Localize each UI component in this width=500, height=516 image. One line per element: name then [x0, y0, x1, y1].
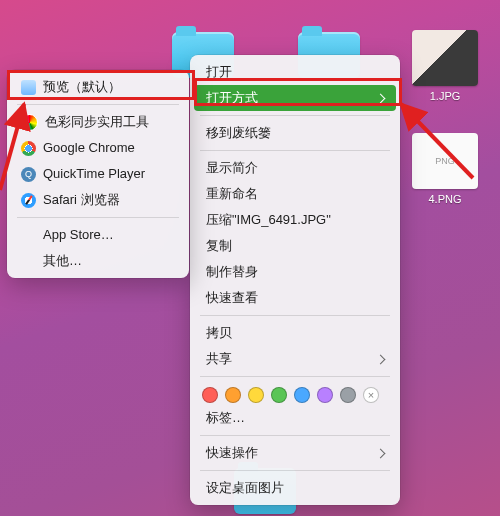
menu-separator: [200, 115, 390, 116]
submenu-item-chrome[interactable]: Google Chrome: [7, 135, 189, 161]
menu-item-label: 重新命名: [206, 185, 258, 203]
submenu-item-label: 其他…: [43, 252, 82, 270]
tag-green[interactable]: [271, 387, 287, 403]
menu-item-compress[interactable]: 压缩"IMG_6491.JPG": [190, 207, 400, 233]
tag-color-row: [190, 381, 400, 405]
tag-blue[interactable]: [294, 387, 310, 403]
file-thumbnail: [412, 30, 478, 86]
menu-item-label: 打开方式: [206, 89, 258, 107]
submenu-item-label: QuickTime Player: [43, 165, 145, 183]
menu-item-rename[interactable]: 重新命名: [190, 181, 400, 207]
file-thumbnail: PNG: [412, 133, 478, 189]
menu-separator: [200, 470, 390, 471]
menu-item-duplicate[interactable]: 复制: [190, 233, 400, 259]
file-item[interactable]: 1.JPG: [410, 30, 480, 102]
menu-item-alias[interactable]: 制作替身: [190, 259, 400, 285]
tag-orange[interactable]: [225, 387, 241, 403]
menu-separator: [200, 150, 390, 151]
file-label: 4.PNG: [428, 193, 461, 205]
menu-item-label: 共享: [206, 350, 232, 368]
menu-item-set-desktop[interactable]: 设定桌面图片: [190, 475, 400, 501]
open-with-submenu: 预览（默认） 色彩同步实用工具 Google Chrome QuickTime …: [7, 70, 189, 278]
menu-item-open-with[interactable]: 打开方式: [194, 85, 396, 111]
menu-item-open[interactable]: 打开: [190, 59, 400, 85]
submenu-item-label: Google Chrome: [43, 139, 135, 157]
submenu-item-preview-default[interactable]: 预览（默认）: [7, 74, 189, 100]
menu-separator: [17, 217, 179, 218]
submenu-item-app-store[interactable]: App Store…: [7, 222, 189, 248]
menu-item-label: 压缩"IMG_6491.JPG": [206, 211, 331, 229]
colorsync-app-icon: [21, 114, 38, 131]
tag-yellow[interactable]: [248, 387, 264, 403]
submenu-item-other[interactable]: 其他…: [7, 248, 189, 274]
menu-item-label: 快速查看: [206, 289, 258, 307]
menu-separator: [17, 104, 179, 105]
menu-item-label: 标签…: [206, 409, 245, 427]
submenu-item-label: 预览（默认）: [43, 78, 121, 96]
tag-red[interactable]: [202, 387, 218, 403]
submenu-item-label: App Store…: [43, 226, 114, 244]
desktop[interactable]: 1.JPG PNG 4.PNG 打开 打开方式 移到废纸篓 显示简介 重新命名 …: [0, 0, 500, 516]
menu-item-tags[interactable]: 标签…: [190, 405, 400, 431]
submenu-item-label: 色彩同步实用工具: [45, 113, 149, 131]
menu-item-share[interactable]: 共享: [190, 346, 400, 372]
menu-item-trash[interactable]: 移到废纸篓: [190, 120, 400, 146]
submenu-item-safari[interactable]: Safari 浏览器: [7, 187, 189, 213]
submenu-item-colorsync[interactable]: 色彩同步实用工具: [7, 109, 189, 135]
chevron-right-icon: [376, 93, 386, 103]
chevron-right-icon: [376, 354, 386, 364]
menu-item-label: 快速操作: [206, 444, 258, 462]
menu-item-label: 打开: [206, 63, 232, 81]
menu-item-label: 制作替身: [206, 263, 258, 281]
tag-purple[interactable]: [317, 387, 333, 403]
menu-item-label: 设定桌面图片: [206, 479, 284, 497]
file-label: 1.JPG: [430, 90, 461, 102]
menu-separator: [200, 315, 390, 316]
tag-clear[interactable]: [363, 387, 379, 403]
menu-separator: [200, 435, 390, 436]
menu-item-label: 移到废纸篓: [206, 124, 271, 142]
preview-app-icon: [21, 80, 36, 95]
chrome-app-icon: [21, 141, 36, 156]
tag-gray[interactable]: [340, 387, 356, 403]
menu-item-quick-look[interactable]: 快速查看: [190, 285, 400, 311]
menu-item-copy[interactable]: 拷贝: [190, 320, 400, 346]
quicktime-app-icon: [21, 167, 36, 182]
menu-item-get-info[interactable]: 显示简介: [190, 155, 400, 181]
chevron-right-icon: [376, 448, 386, 458]
submenu-item-quicktime[interactable]: QuickTime Player: [7, 161, 189, 187]
submenu-item-label: Safari 浏览器: [43, 191, 120, 209]
menu-item-label: 复制: [206, 237, 232, 255]
menu-item-label: 拷贝: [206, 324, 232, 342]
menu-item-quick-actions[interactable]: 快速操作: [190, 440, 400, 466]
file-item[interactable]: PNG 4.PNG: [410, 133, 480, 205]
safari-app-icon: [21, 193, 36, 208]
menu-item-label: 显示简介: [206, 159, 258, 177]
context-menu: 打开 打开方式 移到废纸篓 显示简介 重新命名 压缩"IMG_6491.JPG"…: [190, 55, 400, 505]
menu-separator: [200, 376, 390, 377]
